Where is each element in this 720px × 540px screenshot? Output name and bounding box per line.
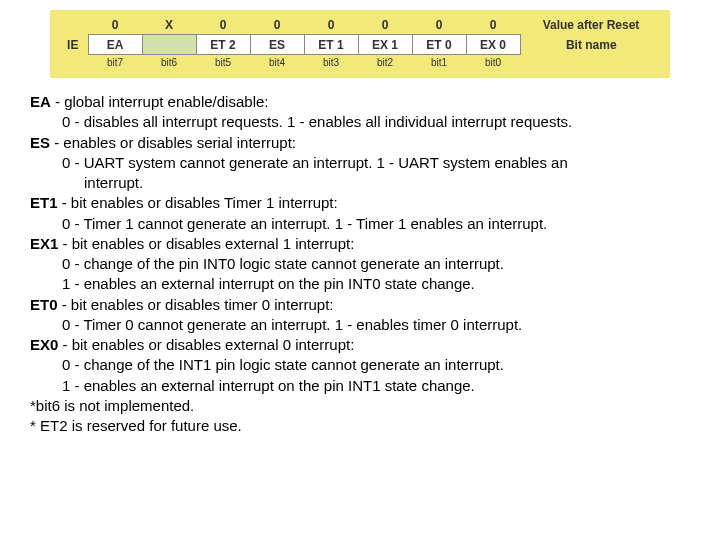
ex1-tail: - bit enables or disables external 1 int…: [58, 235, 354, 252]
ea-header: EA - global interrupt enable/disable:: [30, 92, 690, 112]
et1-detail: 0 - Timer 1 cannot generate an interrupt…: [30, 214, 690, 234]
reset-val-0: 0: [466, 16, 520, 35]
et1-tail: - bit enables or disables Timer 1 interr…: [58, 194, 338, 211]
reset-val-2: 0: [358, 16, 412, 35]
es-detail-2: interrupt.: [30, 173, 690, 193]
bit-name-5: ET 2: [196, 35, 250, 55]
bit-name-0: EX 0: [466, 35, 520, 55]
ex1-header: EX1 - bit enables or disables external 1…: [30, 234, 690, 254]
register-table: 0 X 0 0 0 0 0 0 Value after Reset IE EA …: [58, 16, 662, 70]
reset-val-6: X: [142, 16, 196, 35]
es-header: ES - enables or disables serial interrup…: [30, 133, 690, 153]
ex0-term: EX0: [30, 336, 58, 353]
es-tail: - enables or disables serial interrupt:: [50, 134, 296, 151]
ex1-detail-2: 1 - enables an external interrupt on the…: [30, 274, 690, 294]
bitnum-1: bit1: [412, 55, 466, 71]
bitnum-4: bit4: [250, 55, 304, 71]
es-term: ES: [30, 134, 50, 151]
et0-header: ET0 - bit enables or disables timer 0 in…: [30, 295, 690, 315]
register-diagram: 0 X 0 0 0 0 0 0 Value after Reset IE EA …: [50, 10, 670, 78]
bit-name-1: ET 0: [412, 35, 466, 55]
et0-detail: 0 - Timer 0 cannot generate an interrupt…: [30, 315, 690, 335]
es-detail-1: 0 - UART system cannot generate an inter…: [30, 153, 690, 173]
bitnum-6: bit6: [142, 55, 196, 71]
bit-name-7: EA: [88, 35, 142, 55]
et0-tail: - bit enables or disables timer 0 interr…: [58, 296, 334, 313]
bitnum-7: bit7: [88, 55, 142, 71]
ex0-detail-1: 0 - change of the INT1 pin logic state c…: [30, 355, 690, 375]
bit-number-row: bit7 bit6 bit5 bit4 bit3 bit2 bit1 bit0: [58, 55, 662, 71]
ex1-detail-1: 0 - change of the pin INT0 logic state c…: [30, 254, 690, 274]
reset-val-3: 0: [304, 16, 358, 35]
bit-name-row: IE EA ET 2 ES ET 1 EX 1 ET 0 EX 0 Bit na…: [58, 35, 662, 55]
bit-name-4: ES: [250, 35, 304, 55]
bitnum-3: bit3: [304, 55, 358, 71]
et1-header: ET1 - bit enables or disables Timer 1 in…: [30, 193, 690, 213]
register-name: IE: [58, 35, 88, 55]
reset-val-5: 0: [196, 16, 250, 35]
bitnum-0: bit0: [466, 55, 520, 71]
description-list: EA - global interrupt enable/disable: 0 …: [30, 92, 690, 436]
bit-name-label: Bit name: [520, 35, 662, 55]
ea-tail: - global interrupt enable/disable:: [51, 93, 269, 110]
et0-term: ET0: [30, 296, 58, 313]
note-bit6: *bit6 is not implemented.: [30, 396, 690, 416]
note-et2: * ET2 is reserved for future use.: [30, 416, 690, 436]
bit-name-3: ET 1: [304, 35, 358, 55]
ea-detail: 0 - disables all interrupt requests. 1 -…: [30, 112, 690, 132]
bitnum-5: bit5: [196, 55, 250, 71]
bitnum-2: bit2: [358, 55, 412, 71]
reset-value-row: 0 X 0 0 0 0 0 0 Value after Reset: [58, 16, 662, 35]
ex0-tail: - bit enables or disables external 0 int…: [58, 336, 354, 353]
bit-name-6: [142, 35, 196, 55]
ex1-term: EX1: [30, 235, 58, 252]
et1-term: ET1: [30, 194, 58, 211]
reset-val-4: 0: [250, 16, 304, 35]
ex0-detail-2: 1 - enables an external interrupt on the…: [30, 376, 690, 396]
reset-val-7: 0: [88, 16, 142, 35]
value-after-reset-label: Value after Reset: [520, 16, 662, 35]
bit-name-2: EX 1: [358, 35, 412, 55]
reset-val-1: 0: [412, 16, 466, 35]
ex0-header: EX0 - bit enables or disables external 0…: [30, 335, 690, 355]
ea-term: EA: [30, 93, 51, 110]
